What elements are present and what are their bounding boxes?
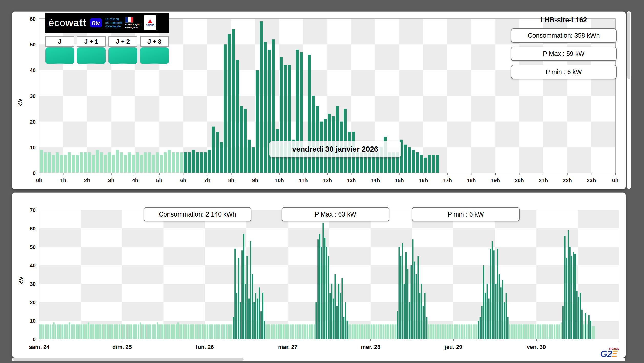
bar — [271, 324, 272, 339]
grid-cell — [578, 247, 619, 265]
republique-line: RÉPUBLIQUE — [125, 23, 140, 26]
grid-cell — [399, 70, 423, 96]
horizontal-scrollbar-thumb[interactable] — [13, 358, 244, 361]
x-tick-label: 1h — [60, 177, 66, 183]
bar — [162, 324, 163, 339]
bar — [409, 302, 410, 339]
bar — [545, 324, 546, 339]
bar — [172, 324, 174, 339]
horizontal-scrollbar[interactable] — [12, 358, 625, 361]
bar — [435, 324, 436, 339]
grid-cell — [578, 284, 619, 302]
bar — [284, 324, 286, 339]
ecowatt-tile-j1[interactable]: J + 1 — [77, 36, 106, 64]
week-pmax-badge: P Max : 63 kW — [282, 207, 389, 221]
bar — [44, 152, 47, 173]
bar — [67, 324, 68, 339]
rte-caption-line: Le réseau — [105, 17, 119, 21]
vertical-scrollbar-thumb[interactable] — [627, 12, 630, 79]
date-label: vendredi 30 janvier 2026 — [269, 141, 401, 157]
ecowatt-status-green-icon — [45, 47, 74, 64]
bar — [231, 324, 232, 339]
rte-caption-line: de transport — [105, 21, 122, 25]
grid-cell — [183, 147, 207, 173]
bar — [397, 311, 398, 339]
bar — [253, 302, 255, 339]
bar — [232, 29, 235, 173]
x-tick-label: 18h — [467, 177, 476, 183]
x-tick-label: 6h — [180, 177, 186, 183]
bar — [129, 324, 131, 339]
ademe-label: ADEME — [146, 24, 154, 26]
grid-cell — [519, 147, 543, 173]
bar — [526, 324, 527, 339]
bar — [288, 324, 289, 339]
bar — [487, 284, 488, 339]
bar — [50, 324, 51, 339]
x-tick-label: 7h — [204, 177, 211, 183]
vertical-scrollbar[interactable] — [627, 11, 631, 189]
grid-cell — [39, 96, 63, 122]
bar — [580, 293, 581, 339]
grid-cell — [207, 19, 231, 44]
grid-cell — [375, 96, 399, 122]
bar — [84, 324, 86, 339]
bar — [40, 150, 43, 173]
grid-cell — [453, 265, 495, 284]
bar — [65, 324, 67, 339]
ecowatt-tile-j2[interactable]: J + 2 — [108, 36, 137, 64]
bar — [362, 324, 363, 339]
y-tick-label: 50 — [30, 42, 36, 47]
bar — [108, 324, 110, 339]
day-consumption-badge: Consommation: 358 kWh — [511, 28, 617, 43]
grid-cell — [159, 122, 183, 147]
bar — [207, 324, 208, 339]
bar — [119, 324, 120, 339]
bar — [200, 152, 203, 173]
bar — [450, 324, 451, 339]
ecowatt-tile-j3[interactable]: J + 3 — [140, 36, 169, 64]
ecowatt-widget: écowatt Rte Le réseau de transport d'éle… — [45, 13, 169, 64]
grid-cell — [183, 96, 207, 122]
x-tick-label: 0h — [36, 177, 43, 183]
ecowatt-tile-j[interactable]: J — [45, 36, 74, 64]
x-tick-label: 13h — [346, 177, 356, 183]
bar — [188, 152, 191, 173]
bar — [95, 324, 96, 339]
ecowatt-logo-bar: écowatt Rte Le réseau de transport d'éle… — [45, 13, 169, 33]
bar — [212, 324, 213, 339]
bar — [146, 324, 148, 339]
bar — [492, 241, 493, 339]
grid-cell — [87, 96, 111, 122]
bar — [160, 324, 162, 339]
bar — [157, 322, 158, 339]
bar — [495, 284, 496, 339]
bar — [76, 155, 79, 173]
bar — [360, 324, 362, 339]
grid-cell — [255, 19, 279, 44]
grid-cell — [63, 70, 87, 96]
grid-cell — [327, 44, 351, 70]
bar — [260, 311, 262, 339]
bar — [69, 322, 70, 339]
bar — [497, 249, 498, 339]
rte-caption-line: d'électricité — [105, 25, 121, 28]
bar — [248, 299, 250, 339]
bar — [417, 256, 419, 339]
bar — [171, 324, 172, 339]
bar — [114, 324, 115, 339]
bar — [561, 322, 562, 339]
bar — [144, 152, 147, 173]
bar — [264, 42, 267, 173]
bar — [404, 284, 405, 339]
bar — [71, 324, 72, 339]
bar — [252, 274, 253, 339]
bar — [140, 155, 143, 173]
bar — [255, 293, 256, 339]
bar — [533, 324, 534, 339]
bar — [236, 293, 237, 339]
bar — [91, 324, 93, 339]
bar — [274, 324, 275, 339]
bar — [516, 324, 517, 339]
y-tick-label: 60 — [30, 16, 36, 22]
